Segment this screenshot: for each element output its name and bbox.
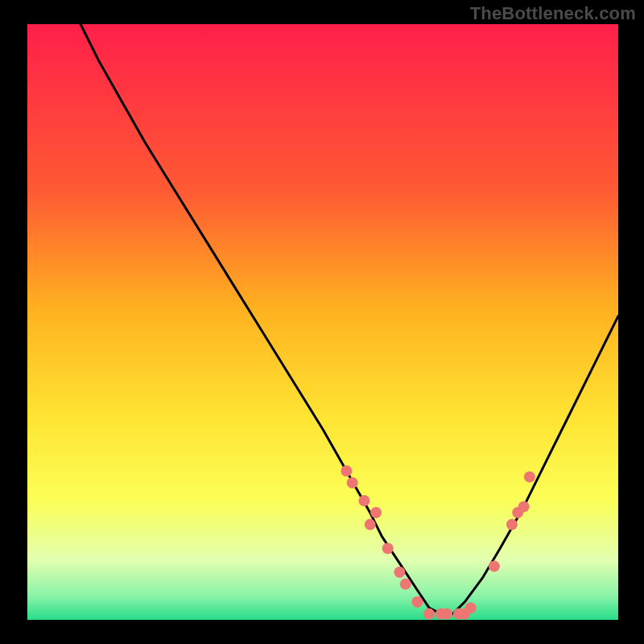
- scatter-dot: [347, 477, 358, 489]
- scatter-dot: [489, 560, 500, 572]
- scatter-dot: [370, 507, 382, 518]
- chart-svg: [0, 0, 644, 644]
- scatter-dot: [465, 602, 477, 613]
- scatter-dot: [518, 501, 530, 512]
- scatter-dot: [441, 609, 452, 620]
- scatter-dot: [382, 543, 394, 554]
- chart-frame: TheBottleneck.com: [0, 0, 644, 644]
- scatter-dot: [394, 567, 405, 578]
- scatter-dot: [341, 465, 352, 477]
- scatter-dot: [423, 609, 435, 620]
- scatter-dot: [400, 579, 411, 590]
- scatter-dot: [358, 495, 369, 506]
- attribution-text: TheBottleneck.com: [470, 3, 636, 24]
- scatter-dot: [365, 519, 376, 530]
- scatter-dot: [411, 597, 423, 608]
- plot-background: [27, 24, 618, 620]
- scatter-dot: [506, 519, 518, 530]
- scatter-dot: [524, 471, 535, 482]
